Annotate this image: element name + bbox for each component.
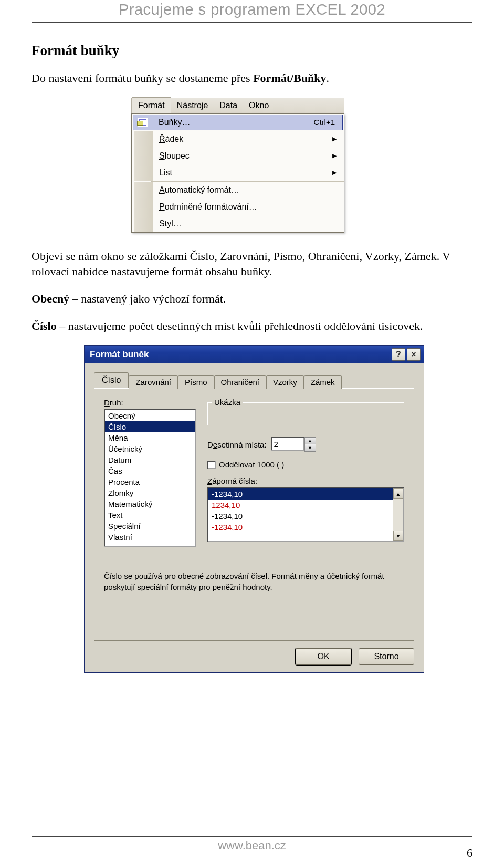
menu-nastroje[interactable]: Nástroje [171,98,214,113]
neg-item-2[interactable]: -1234,10 [208,511,393,522]
neg-item-0[interactable]: -1234,10 [208,488,393,500]
menu-data-rest: ata [226,101,237,110]
menu-item-radek[interactable]: Řádek ▶ [132,131,344,148]
submenu-arrow-icon: ▶ [332,169,344,176]
page-number: 6 [467,846,472,860]
menu-item-podminene[interactable]: Podmíněné formátování… [132,199,344,215]
thousand-checkbox[interactable] [207,461,216,469]
menu-item-autoformat[interactable]: Automatický formát… [132,182,344,199]
druh-item-matematicky[interactable]: Matematický [105,498,195,510]
scroll-down-icon[interactable]: ▼ [393,531,403,541]
page-footer: www.bean.cz 6 [32,831,472,852]
tab-ohraniceni[interactable]: Ohraničení [214,375,266,389]
neg-listbox[interactable]: -1234,10 1234,10 -1234,10 -1234,10 ▲ ▼ [207,487,404,542]
p1-text-c: . [327,71,330,85]
cells-icon [138,118,148,127]
header-rule [32,22,472,23]
druh-item-procenta[interactable]: Procenta [105,476,195,487]
spin-up-icon[interactable]: ▲ [305,438,316,444]
shortcut-bunky: Ctrl+1 [314,118,342,127]
menu-data[interactable]: Data [214,98,243,113]
menu-okno-rest: kno [256,101,269,110]
menu-nastroje-rest: ástroje [183,101,208,110]
tab-zamek[interactable]: Zámek [304,375,342,389]
footer-url: www.bean.cz [218,839,286,852]
section-heading: Formát buňky [32,43,472,59]
paragraph-1: Do nastavení formátu buňky se dostaneme … [32,70,472,86]
menu-screenshot: Formát Nástroje Data Okno Buňky… Ctrl+1 … [131,98,344,233]
scroll-up-icon[interactable]: ▲ [393,488,403,499]
menu-item-styl[interactable]: Styl… [132,215,344,232]
p4-rest: – nastavujeme počet desetinných míst kvů… [57,319,423,332]
druh-item-text[interactable]: Text [105,510,195,521]
druh-item-mena[interactable]: Měna [105,432,195,443]
decimal-label: Desetinná místa: [207,440,267,449]
tabstrip: Číslo Zarovnání Písmo Ohraničení Vzorky … [94,373,414,389]
p1-text-a: Do nastavení formátu buňky se dostaneme … [32,71,253,85]
ukazka-label: Ukázka [212,398,243,407]
p3-rest: – nastavený jako výchozí formát. [69,292,226,305]
p1-bold: Formát/Buňky [253,71,326,85]
paragraph-3: Obecný – nastavený jako výchozí formát. [32,291,472,307]
druh-item-cas[interactable]: Čas [105,465,195,476]
tab-zarovnani[interactable]: Zarovnání [129,375,178,389]
cancel-button[interactable]: Storno [359,648,414,665]
tab-vzorky[interactable]: Vzorky [266,375,304,389]
tab-pismo[interactable]: Písmo [178,375,214,389]
footer-rule [32,836,472,837]
decimal-input[interactable] [271,437,304,451]
format-description: Číslo se používá pro obecné zobrazování … [104,571,404,592]
druh-item-datum[interactable]: Datum [105,454,195,465]
druh-item-cislo[interactable]: Číslo [105,421,195,432]
close-button[interactable]: × [407,348,421,361]
menu-item-list[interactable]: List ▶ [132,164,344,181]
page-header-title: Pracujeme s programem EXCEL 2002 [32,1,472,18]
druh-item-vlastni[interactable]: Vlastní [105,532,195,543]
p4-bold: Číslo [32,319,57,332]
menu-okno[interactable]: Okno [243,98,275,113]
menu-item-sloupec[interactable]: Sloupec ▶ [132,148,344,164]
druh-item-ucetnicky[interactable]: Účetnický [105,443,195,454]
neg-item-3[interactable]: -1234,10 [208,522,393,533]
submenu-arrow-icon: ▶ [332,136,344,142]
menubar: Formát Nástroje Data Okno [131,98,344,113]
ok-button[interactable]: OK [296,648,351,665]
dialog-titlebar: Formát buněk ? × [85,346,424,363]
druh-item-specialni[interactable]: Speciální [105,521,195,532]
p3-bold: Obecný [32,292,69,305]
decimal-spinbox[interactable]: ▲ ▼ [271,437,316,452]
dialog-title: Formát buněk [90,349,149,360]
menu-item-bunky[interactable]: Buňky… Ctrl+1 [133,115,343,130]
submenu-arrow-icon: ▶ [332,152,344,159]
thousand-checkbox-row[interactable]: Oddělovat 1000 ( ) [207,460,404,469]
neg-item-1[interactable]: 1234,10 [208,500,393,511]
paragraph-4: Číslo – nastavujeme počet desetinných mí… [32,318,472,334]
menu-format-rest: ormát [143,101,165,110]
druh-label: Druh: [104,398,196,407]
tab-cislo[interactable]: Číslo [94,372,129,388]
tab-panel-cislo: Druh: Obecný Číslo Měna Účetnický Datum … [94,389,414,641]
menu-format[interactable]: Formát [132,97,171,113]
druh-listbox[interactable]: Obecný Číslo Měna Účetnický Datum Čas Pr… [104,409,196,547]
help-button[interactable]: ? [392,348,405,361]
neg-scrollbar[interactable]: ▲ ▼ [393,488,403,541]
thousand-label: Oddělovat 1000 ( ) [219,460,284,469]
format-dropdown: Buňky… Ctrl+1 Řádek ▶ Sloupec ▶ List ▶ [131,113,344,233]
neg-label: Záporná čísla: [207,476,404,485]
druh-item-obecny[interactable]: Obecný [105,410,195,421]
format-cells-dialog: Formát buněk ? × Číslo Zarovnání Písmo O… [84,345,424,673]
paragraph-2: Objeví se nám okno se záložkami Číslo, Z… [32,248,472,279]
spin-down-icon[interactable]: ▼ [305,444,316,451]
druh-item-zlomky[interactable]: Zlomky [105,487,195,498]
ukazka-groupbox: Ukázka [207,402,404,425]
